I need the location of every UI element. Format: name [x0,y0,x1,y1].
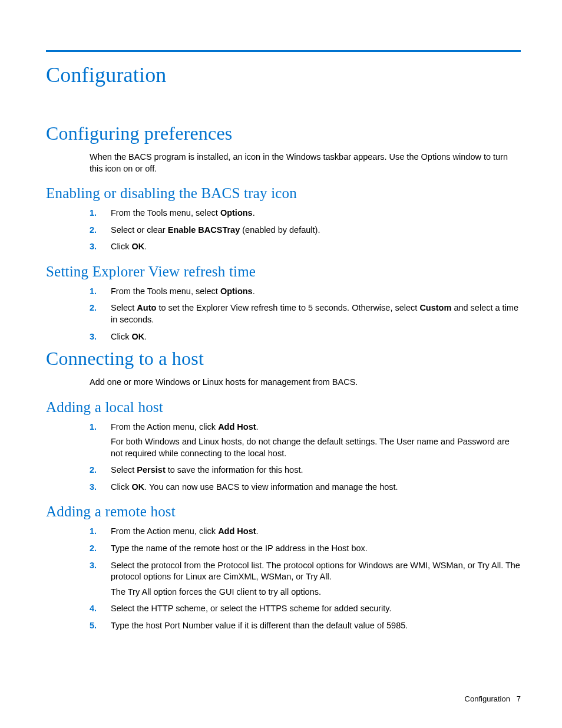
step-item: 1.From the Tools menu, select Options. [90,286,521,298]
step-text: Type the host Port Number value if it is… [111,621,408,630]
footer-page-number: 7 [517,694,521,703]
page-footer: Configuration 7 [465,694,521,703]
subsection-heading: Adding a local host [46,399,521,416]
step-text: Type the name of the remote host or the … [111,543,368,553]
step-text: Select the HTTP scheme, or select the HT… [111,604,392,613]
step-number: 2. [90,543,97,555]
step-text: From the Action menu, click Add Host. [111,526,259,536]
step-item: 2.Select or clear Enable BACSTray (enabl… [90,225,521,236]
step-number: 3. [90,331,97,343]
step-text: Click OK. [111,332,147,341]
section-heading: Connecting to a host [46,348,521,370]
step-item: 1.From the Action menu, click Add Host.F… [90,421,521,460]
step-item: 5.Type the host Port Number value if it … [90,620,521,632]
step-extra-text: For both Windows and Linux hosts, do not… [111,436,521,459]
step-number: 2. [90,302,97,314]
step-text: Click OK. You can now use BACS to view i… [111,482,398,492]
step-list: 1.From the Tools menu, select Options.2.… [90,207,521,253]
content-area: Configuring preferencesWhen the BACS pro… [46,123,521,631]
step-number: 1. [90,286,97,298]
step-item: 3.Click OK. [90,241,521,253]
step-number: 2. [90,225,97,236]
step-number: 4. [90,603,97,615]
step-text: Select Persist to save the information f… [111,465,303,475]
step-item: 1.From the Action menu, click Add Host. [90,526,521,538]
step-text: From the Tools menu, select Options. [111,208,255,218]
step-list: 1.From the Action menu, click Add Host.2… [90,526,521,631]
step-number: 2. [90,465,97,476]
step-number: 1. [90,207,97,219]
step-text: Click OK. [111,242,147,251]
step-number: 5. [90,620,97,632]
step-number: 1. [90,526,97,538]
subsection-heading: Setting Explorer View refresh time [46,263,521,280]
step-item: 3.Click OK. You can now use BACS to view… [90,482,521,493]
section-intro: Add one or more Windows or Linux hosts f… [90,377,521,388]
step-item: 2.Type the name of the remote host or th… [90,543,521,555]
step-number: 3. [90,241,97,253]
step-item: 2.Select Persist to save the information… [90,465,521,476]
step-list: 1.From the Tools menu, select Options.2.… [90,286,521,342]
step-item: 3.Click OK. [90,331,521,343]
step-number: 3. [90,560,97,572]
top-rule [46,50,521,52]
subsection-heading: Enabling or disabling the BACS tray icon [46,185,521,202]
step-item: 4.Select the HTTP scheme, or select the … [90,603,521,615]
section-intro: When the BACS program is installed, an i… [90,151,521,174]
footer-section: Configuration [465,694,510,703]
document-page: Configuration Configuring preferencesWhe… [0,0,562,728]
step-item: 1.From the Tools menu, select Options. [90,207,521,219]
subsection-heading: Adding a remote host [46,503,521,520]
step-item: 3.Select the protocol from the Protocol … [90,560,521,598]
step-extra-text: The Try All option forces the GUI client… [111,587,521,598]
step-text: From the Action menu, click Add Host. [111,422,259,431]
step-list: 1.From the Action menu, click Add Host.F… [90,421,521,493]
step-text: Select or clear Enable BACSTray (enabled… [111,225,320,235]
page-title: Configuration [46,62,521,87]
step-text: Select Auto to set the Explorer View ref… [111,303,518,324]
section-heading: Configuring preferences [46,123,521,144]
step-item: 2.Select Auto to set the Explorer View r… [90,302,521,325]
step-number: 3. [90,482,97,493]
step-text: From the Tools menu, select Options. [111,286,255,296]
step-number: 1. [90,421,97,433]
step-text: Select the protocol from the Protocol li… [111,561,520,582]
